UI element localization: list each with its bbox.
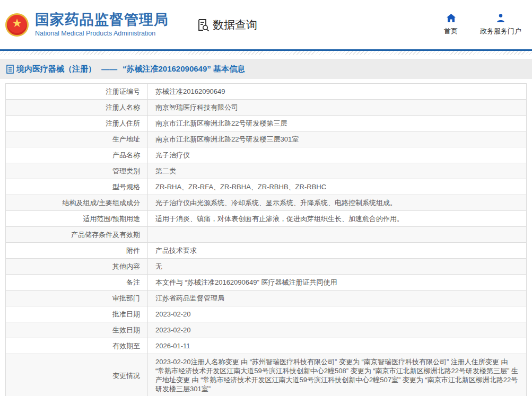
- row-value: 本文件与 “苏械注准20162090649” 医疗器械注册证共同使用: [148, 275, 527, 291]
- table-row: 管理类别第二类: [6, 163, 527, 179]
- org-title-en: National Medical Products Administration: [35, 30, 169, 37]
- table-row: 产品名称光子治疗仪: [6, 147, 527, 163]
- national-emblem-icon: ★: [5, 13, 29, 37]
- row-label: 批准日期: [6, 306, 148, 322]
- row-value: 江苏省药品监督管理局: [148, 291, 527, 306]
- table-row: 注册人名称南京智瑞医疗科技有限公司: [6, 100, 527, 116]
- row-label: 适用范围/预期用途: [6, 211, 148, 227]
- table-row: 结构及组成/主要组成成分光子治疗仪由光源系统、冷却系统、显示系统、升降系统、电路…: [6, 195, 527, 211]
- table-row: 审批部门江苏省药品监督管理局: [6, 291, 527, 306]
- row-label: 其他内容: [6, 259, 148, 275]
- top-nav: 首页 政务服务门户: [444, 13, 521, 36]
- table-row: 生效日期2023-02-20: [6, 322, 527, 338]
- table-row: 其他内容无: [6, 259, 527, 275]
- row-value: 光子治疗仪: [148, 147, 527, 163]
- row-label: 注册证编号: [6, 84, 148, 100]
- page-title: “苏械注准20162090649” 基本信息: [123, 64, 245, 74]
- row-label: 生产地址: [6, 131, 148, 147]
- hatch-strip: [0, 51, 532, 55]
- data-query-icon: [196, 18, 210, 32]
- table-row: 批准日期2023-02-20: [6, 306, 527, 322]
- row-label: 附件: [6, 243, 148, 259]
- row-value: 南京市江北新区柳洲北路22号研发楼三层301室: [148, 131, 527, 147]
- table-row: 备注本文件与 “苏械注准20162090649” 医疗器械注册证共同使用: [6, 275, 527, 291]
- table-row: 注册人住所南京市江北新区柳洲北路22号研发楼第三层: [6, 116, 527, 131]
- table-row: 附件产品技术要求: [6, 243, 527, 259]
- table-row: 型号规格ZR-RHA、ZR-RFA、ZR-RBHA、ZR-RBHB、ZR-RBH…: [6, 179, 527, 195]
- table-row: 产品储存条件及有效期: [6, 227, 527, 243]
- nav-portal-label: 政务服务门户: [480, 27, 521, 36]
- row-label: 生效日期: [6, 322, 148, 338]
- breadcrumb: 境内医疗器械（注册） —— “苏械注准20162090649” 基本信息: [0, 59, 532, 79]
- row-value: [148, 227, 527, 243]
- row-value: 南京市江北新区柳洲北路22号研发楼第三层: [148, 116, 527, 131]
- row-value: 产品技术要求: [148, 243, 527, 259]
- row-label: 备注: [6, 275, 148, 291]
- table-row: 生产地址南京市江北新区柳洲北路22号研发楼三层301室: [6, 131, 527, 147]
- row-value: 2023-02-20注册人名称变更 由 “苏州智瑞医疗科技有限公司” 变更为 “…: [148, 354, 527, 396]
- row-label: 变更情况: [6, 354, 148, 396]
- row-value: 无: [148, 259, 527, 275]
- site-header: ★ 国家药品监督管理局 National Medical Products Ad…: [0, 0, 532, 49]
- row-label: 产品名称: [6, 147, 148, 163]
- row-value: 2023-02-20: [148, 322, 527, 338]
- row-label: 结构及组成/主要组成成分: [6, 195, 148, 211]
- row-value: 南京智瑞医疗科技有限公司: [148, 100, 527, 116]
- document-icon: [6, 65, 14, 74]
- page: ★ 国家药品监督管理局 National Medical Products Ad…: [0, 0, 532, 396]
- row-value: 第二类: [148, 163, 527, 179]
- row-value: 2026-01-11: [148, 338, 527, 354]
- table-row: 适用范围/预期用途适用于消炎、镇痛，对体表创面有止渗液，促进肉芽组织生长、加速愈…: [6, 211, 527, 227]
- row-label: 型号规格: [6, 179, 148, 195]
- nav-home[interactable]: 首页: [444, 13, 458, 36]
- nav-portal[interactable]: 政务服务门户: [480, 13, 521, 36]
- row-label: 有效期至: [6, 338, 148, 354]
- breadcrumb-section: 境内医疗器械（注册）: [16, 64, 96, 74]
- org-title-cn: 国家药品监督管理局: [35, 12, 169, 28]
- home-icon: [446, 13, 456, 23]
- registration-info-table: 注册证编号苏械注准20162090649注册人名称南京智瑞医疗科技有限公司注册人…: [5, 83, 527, 396]
- row-label: 注册人住所: [6, 116, 148, 131]
- data-query-label: 数据查询: [213, 17, 257, 32]
- row-value: ZR-RHA、ZR-RFA、ZR-RBHA、ZR-RBHB、ZR-RBHC: [148, 179, 527, 195]
- user-icon: [496, 13, 505, 23]
- table-row: 注册证编号苏械注准20162090649: [6, 84, 527, 100]
- row-value: 适用于消炎、镇痛，对体表创面有止渗液，促进肉芽组织生长、加速愈合的作用。: [148, 211, 527, 227]
- breadcrumb-dash: ——: [101, 65, 117, 74]
- nav-home-label: 首页: [444, 27, 458, 36]
- row-label: 审批部门: [6, 291, 148, 306]
- nmpa-logo: ★ 国家药品监督管理局 National Medical Products Ad…: [5, 12, 169, 38]
- row-value: 苏械注准20162090649: [148, 84, 527, 100]
- row-label: 注册人名称: [6, 100, 148, 116]
- data-query-section[interactable]: 数据查询: [196, 17, 257, 32]
- row-label: 管理类别: [6, 163, 148, 179]
- table-row: 有效期至2026-01-11: [6, 338, 527, 354]
- row-value: 光子治疗仪由光源系统、冷却系统、显示系统、升降系统、电路控制系统组成。: [148, 195, 527, 211]
- table-row: 变更情况2023-02-20注册人名称变更 由 “苏州智瑞医疗科技有限公司” 变…: [6, 354, 527, 396]
- row-label: 产品储存条件及有效期: [6, 227, 148, 243]
- row-value: 2023-02-20: [148, 306, 527, 322]
